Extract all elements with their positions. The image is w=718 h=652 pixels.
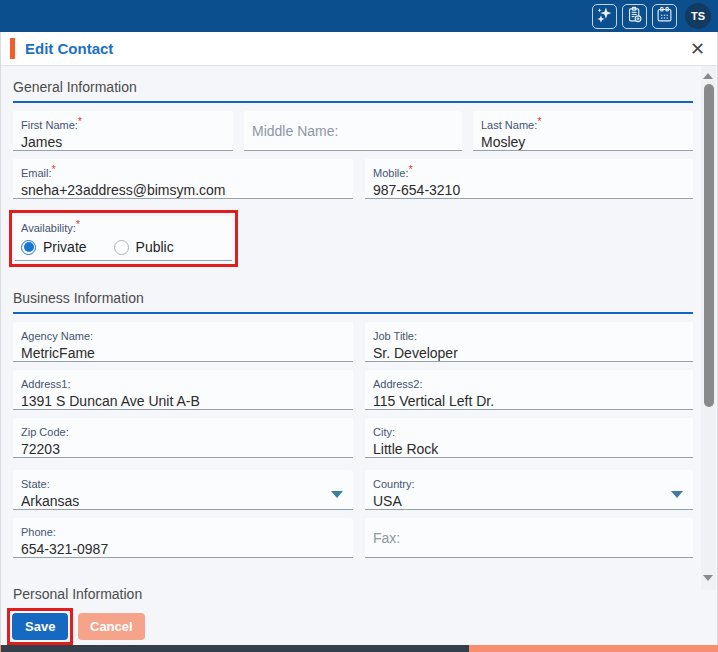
scrollbar-up-arrow[interactable] — [703, 73, 713, 79]
title-accent-bar — [10, 38, 15, 59]
middle-name-input[interactable] — [252, 123, 454, 139]
radio-private[interactable]: Private — [21, 239, 87, 255]
required-marker: * — [408, 163, 412, 175]
agency-name-value: MetricFame — [21, 345, 345, 361]
form-scroll-area: General Information First Name:* James L… — [1, 66, 701, 590]
radio-button[interactable] — [21, 240, 36, 255]
address1-label: Address1: — [21, 378, 71, 390]
save-annotation-box: Save — [7, 608, 73, 645]
country-label: Country: — [373, 478, 415, 490]
required-marker: * — [52, 163, 56, 175]
middle-name-field[interactable] — [244, 111, 462, 151]
new-record-button[interactable] — [622, 4, 647, 29]
required-marker: * — [537, 115, 541, 127]
clipboard-add-icon — [626, 6, 643, 27]
required-marker: * — [76, 218, 80, 230]
address2-field[interactable]: Address2: 115 Vertical Left Dr. — [365, 370, 693, 410]
phone-field[interactable]: Phone: 654-321-0987 — [13, 518, 353, 558]
last-name-value: Mosley — [481, 134, 685, 150]
section-business-information: Business Information — [13, 290, 693, 306]
edit-contact-modal: TS Edit Contact ✕ General Information Fi… — [0, 0, 718, 652]
chevron-down-icon[interactable] — [331, 491, 343, 498]
top-app-bar: TS — [0, 0, 718, 32]
cancel-button[interactable]: Cancel — [78, 613, 145, 640]
last-name-field[interactable]: Last Name:* Mosley — [473, 111, 693, 151]
close-icon[interactable]: ✕ — [690, 40, 705, 58]
first-name-value: James — [21, 134, 225, 150]
bottom-strip-dark — [1, 645, 469, 652]
scrollbar-down-arrow[interactable] — [703, 575, 713, 581]
availability-field: Availability:* Private Public — [15, 216, 232, 261]
modal-title-bar: Edit Contact ✕ — [1, 32, 717, 66]
agency-name-field[interactable]: Agency Name: MetricFame — [13, 322, 353, 362]
save-button[interactable]: Save — [12, 613, 68, 640]
required-marker: * — [78, 115, 82, 127]
zip-city-row: Zip Code: 72203 City: Little Rock — [13, 418, 693, 458]
radio-button[interactable] — [114, 240, 129, 255]
mobile-value: 987-654-3210 — [373, 182, 685, 198]
fax-input[interactable] — [373, 530, 685, 546]
email-field[interactable]: Email:* sneha+23address@bimsym.com — [13, 159, 353, 199]
country-select[interactable]: Country: USA — [365, 470, 693, 510]
section-rule — [13, 101, 693, 103]
section-rule — [13, 312, 693, 314]
zip-code-field[interactable]: Zip Code: 72203 — [13, 418, 353, 458]
radio-private-label: Private — [43, 239, 87, 255]
section-general-information: General Information — [13, 79, 693, 95]
radio-public[interactable]: Public — [114, 239, 174, 255]
user-avatar[interactable]: TS — [685, 3, 711, 29]
mobile-field[interactable]: Mobile:* 987-654-3210 — [365, 159, 693, 199]
page-title: Edit Contact — [25, 40, 113, 57]
mobile-label: Mobile: — [373, 167, 408, 179]
phone-fax-row: Phone: 654-321-0987 — [13, 518, 693, 558]
address1-value: 1391 S Duncan Ave Unit A-B — [21, 393, 345, 409]
state-select[interactable]: State: Arkansas — [13, 470, 353, 510]
address2-value: 115 Vertical Left Dr. — [373, 393, 685, 409]
fax-field[interactable] — [365, 518, 693, 558]
city-value: Little Rock — [373, 441, 685, 457]
sparkles-icon — [596, 6, 613, 27]
city-label: City: — [373, 426, 395, 438]
sparkles-button[interactable] — [592, 4, 617, 29]
agency-row: Agency Name: MetricFame Job Title: Sr. D… — [13, 322, 693, 362]
address2-label: Address2: — [373, 378, 423, 390]
availability-options: Private Public — [21, 239, 226, 255]
calendar-icon — [656, 6, 673, 27]
zip-code-value: 72203 — [21, 441, 345, 457]
phone-value: 654-321-0987 — [21, 541, 345, 557]
chevron-down-icon[interactable] — [671, 491, 683, 498]
job-title-value: Sr. Developer — [373, 345, 685, 361]
last-name-label: Last Name: — [481, 119, 537, 131]
calendar-button[interactable] — [652, 4, 677, 29]
contact-row: Email:* sneha+23address@bimsym.com Mobil… — [13, 159, 693, 199]
state-value: Arkansas — [21, 493, 345, 509]
first-name-label: First Name: — [21, 119, 78, 131]
state-country-row: State: Arkansas Country: USA — [13, 470, 693, 510]
country-value: USA — [373, 493, 685, 509]
zip-code-label: Zip Code: — [21, 426, 69, 438]
radio-public-label: Public — [136, 239, 174, 255]
section-personal-information: Personal Information — [13, 586, 693, 602]
scrollbar-thumb[interactable] — [704, 84, 714, 407]
address1-field[interactable]: Address1: 1391 S Duncan Ave Unit A-B — [13, 370, 353, 410]
first-name-field[interactable]: First Name:* James — [13, 111, 233, 151]
availability-annotation-box: Availability:* Private Public — [9, 210, 238, 267]
job-title-field[interactable]: Job Title: Sr. Developer — [365, 322, 693, 362]
city-field[interactable]: City: Little Rock — [365, 418, 693, 458]
agency-name-label: Agency Name: — [21, 330, 93, 342]
availability-label: Availability: — [21, 222, 76, 234]
address-row: Address1: 1391 S Duncan Ave Unit A-B Add… — [13, 370, 693, 410]
email-label: Email: — [21, 167, 52, 179]
job-title-label: Job Title: — [373, 330, 417, 342]
email-value: sneha+23address@bimsym.com — [21, 182, 345, 198]
phone-label: Phone: — [21, 526, 56, 538]
state-label: State: — [21, 478, 50, 490]
name-row: First Name:* James Last Name:* Mosley — [13, 111, 693, 151]
